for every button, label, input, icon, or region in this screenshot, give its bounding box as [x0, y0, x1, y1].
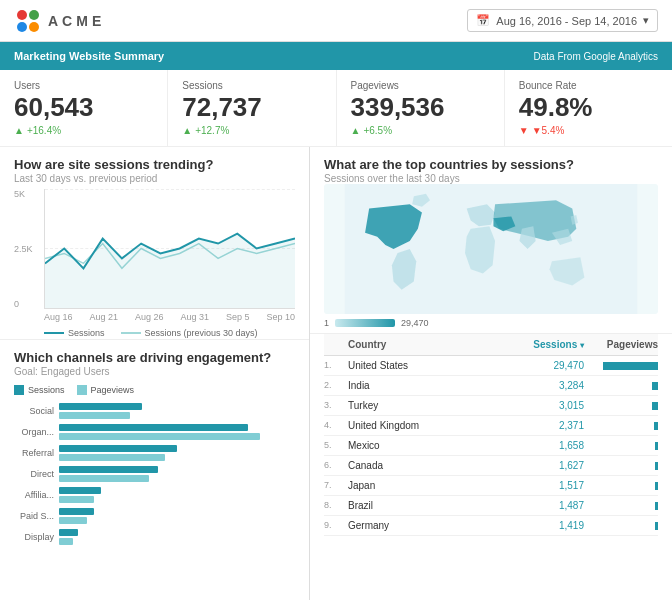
bar-rows: Social Organ... Referral Direct Affilia.…	[14, 403, 295, 545]
svg-point-3	[29, 22, 39, 32]
banner-source: Data From Google Analytics	[534, 51, 659, 62]
metric-pageviews-value: 339,536	[351, 93, 490, 122]
logo-icon	[14, 7, 42, 35]
table-row-7: 8. Brazil 1,487	[324, 496, 658, 516]
header: ACME 📅 Aug 16, 2016 - Sep 14, 2016 ▾	[0, 0, 672, 42]
row-pageviews-bar-3	[588, 420, 658, 431]
bar-label-5: Paid S...	[14, 511, 59, 521]
chart-y-labels: 5K 2.5K 0	[14, 189, 33, 309]
bar-container-2	[59, 445, 295, 461]
row-pageviews-bar-0	[588, 360, 658, 371]
row-sessions-8: 1,419	[504, 520, 584, 531]
date-range[interactable]: 📅 Aug 16, 2016 - Sep 14, 2016 ▾	[467, 9, 658, 32]
row-country-4: Mexico	[348, 440, 500, 451]
scale-max: 29,470	[401, 318, 429, 328]
bar-row-2: Referral	[14, 445, 295, 461]
legend-prev-label: Sessions (previous 30 days)	[145, 328, 258, 338]
bar-sessions-2	[59, 445, 177, 452]
bar-label-4: Affilia...	[14, 490, 59, 500]
row-country-1: India	[348, 380, 500, 391]
svg-point-1	[29, 10, 39, 20]
bar-label-3: Direct	[14, 469, 59, 479]
x-label-aug31: Aug 31	[180, 312, 209, 322]
table-row-8: 9. Germany 1,419	[324, 516, 658, 536]
chart-svg	[45, 189, 295, 308]
row-country-2: Turkey	[348, 400, 500, 411]
map-subtitle: Sessions over the last 30 days	[324, 173, 658, 184]
row-sessions-4: 1,658	[504, 440, 584, 451]
row-country-0: United States	[348, 360, 500, 371]
row-num-6: 7.	[324, 480, 344, 490]
legend-line-solid	[44, 332, 64, 334]
bar-row-4: Affilia...	[14, 487, 295, 503]
row-num-4: 5.	[324, 440, 344, 450]
main-content: How are site sessions trending? Last 30 …	[0, 147, 672, 600]
world-map	[324, 184, 658, 314]
bar-label-2: Referral	[14, 448, 59, 458]
bar-container-3	[59, 466, 295, 482]
table-rows: 1. United States 29,470 2. India 3,284 3…	[324, 356, 658, 536]
metric-users-label: Users	[14, 80, 153, 91]
bar-container-0	[59, 403, 295, 419]
svg-point-0	[17, 10, 27, 20]
legend-prev-sessions: Sessions (previous 30 days)	[121, 328, 258, 338]
bar-container-5	[59, 508, 295, 524]
bar-pageviews-0	[59, 412, 130, 419]
channels-section: Which channels are driving engagement? G…	[0, 340, 309, 555]
col-header-pageviews: Pageviews	[588, 339, 658, 350]
row-country-8: Germany	[348, 520, 500, 531]
sessions-chart-title: How are site sessions trending?	[14, 157, 295, 172]
bar-container-1	[59, 424, 295, 440]
table-row-0: 1. United States 29,470	[324, 356, 658, 376]
pageviews-color-box	[77, 385, 87, 395]
metric-users-change: +16.4%	[14, 125, 153, 136]
bar-legend-sessions-label: Sessions	[28, 385, 65, 395]
legend-line-dashed	[121, 332, 141, 334]
map-svg	[324, 184, 658, 314]
bar-pageviews-4	[59, 496, 94, 503]
bar-row-6: Display	[14, 529, 295, 545]
y-label-5k: 5K	[14, 189, 33, 199]
bar-label-6: Display	[14, 532, 59, 542]
metric-bounce-value: 49.8%	[519, 93, 658, 122]
row-country-5: Canada	[348, 460, 500, 471]
banner: Marketing Website Summary Data From Goog…	[0, 42, 672, 70]
arrow-down-icon	[519, 125, 529, 136]
bar-row-3: Direct	[14, 466, 295, 482]
metric-pageviews: Pageviews 339,536 +6.5%	[337, 70, 505, 146]
bar-row-1: Organ...	[14, 424, 295, 440]
row-num-7: 8.	[324, 500, 344, 510]
bar-legend-pageviews: Pageviews	[77, 385, 135, 395]
bar-pageviews-3	[59, 475, 149, 482]
x-label-sep5: Sep 5	[226, 312, 250, 322]
row-num-1: 2.	[324, 380, 344, 390]
map-title: What are the top countries by sessions?	[324, 157, 658, 172]
row-country-6: Japan	[348, 480, 500, 491]
bar-sessions-5	[59, 508, 94, 515]
row-sessions-6: 1,517	[504, 480, 584, 491]
row-pageviews-bar-6	[588, 480, 658, 491]
x-label-sep10: Sep 10	[266, 312, 295, 322]
bar-legend: Sessions Pageviews	[14, 385, 295, 395]
row-pageviews-bar-2	[588, 400, 658, 411]
row-sessions-1: 3,284	[504, 380, 584, 391]
chevron-down-icon: ▾	[643, 14, 649, 27]
row-pageviews-bar-4	[588, 440, 658, 451]
map-scale-bar	[335, 319, 395, 327]
banner-title: Marketing Website Summary	[14, 50, 164, 62]
bar-legend-sessions: Sessions	[14, 385, 65, 395]
row-sessions-0: 29,470	[504, 360, 584, 371]
metric-bounce-change: ▼5.4%	[519, 125, 658, 136]
sessions-chart-subtitle: Last 30 days vs. previous period	[14, 173, 295, 184]
table-row-6: 7. Japan 1,517	[324, 476, 658, 496]
bar-sessions-6	[59, 529, 78, 536]
country-table: Country Sessions ▾ Pageviews 1. United S…	[310, 334, 672, 600]
x-label-aug26: Aug 26	[135, 312, 164, 322]
metric-bounce-rate: Bounce Rate 49.8% ▼5.4%	[505, 70, 672, 146]
row-num-0: 1.	[324, 360, 344, 370]
chart-x-labels: Aug 16 Aug 21 Aug 26 Aug 31 Sep 5 Sep 10	[44, 312, 295, 322]
bar-chart: Sessions Pageviews Social Organ... Refer…	[14, 385, 295, 545]
channels-subtitle: Goal: Engaged Users	[14, 366, 295, 377]
row-num-3: 4.	[324, 420, 344, 430]
bar-row-0: Social	[14, 403, 295, 419]
